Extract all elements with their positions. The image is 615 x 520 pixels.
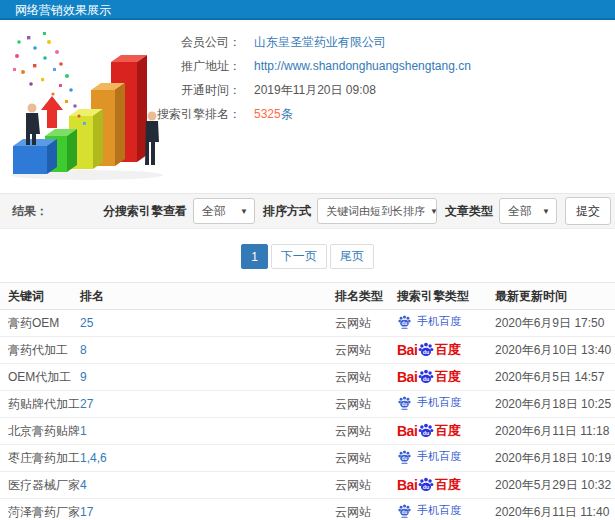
- update-time-cell: 2020年6月18日 10:25: [495, 391, 615, 418]
- rank-cell: 4: [80, 472, 335, 499]
- rank-link[interactable]: 17: [80, 505, 93, 519]
- rank-link[interactable]: 27: [80, 397, 93, 411]
- update-time-cell: 2020年5月29日 10:32: [495, 472, 615, 499]
- rank-link[interactable]: 25: [80, 316, 93, 330]
- engine-filter-value: 全部: [202, 203, 226, 220]
- engine-rank-count: 5325: [254, 107, 281, 121]
- baidu-logo-cn: 百度: [435, 341, 460, 359]
- mobile-baidu-badge: du 手机百度: [397, 503, 461, 518]
- keyword-cell: 枣庄膏药加工: [0, 445, 80, 472]
- engine-rank-row: 搜索引擎排名： 5325 条: [155, 102, 615, 126]
- account-info-section: 会员公司： 山东皇圣堂药业有限公司 推广地址： http://www.shand…: [0, 20, 615, 188]
- svg-text:du: du: [423, 349, 429, 355]
- engine-rank-unit: 条: [281, 106, 293, 123]
- baidu-paw-icon: du: [397, 314, 412, 329]
- baidu-paw-icon: du: [397, 449, 412, 464]
- company-row: 会员公司： 山东皇圣堂药业有限公司: [155, 30, 615, 54]
- promo-url-link[interactable]: http://www.shandonghuangshengtang.cn: [254, 59, 471, 73]
- mobile-baidu-badge: du 手机百度: [397, 314, 461, 329]
- keyword-cell: 膏药代加工: [0, 337, 80, 364]
- sort-filter-value: 关键词由短到长排序: [326, 204, 425, 219]
- rank-link[interactable]: 1,4,6: [80, 451, 107, 465]
- svg-text:du: du: [402, 510, 408, 515]
- promo-url-row: 推广地址： http://www.shandonghuangshengtang.…: [155, 54, 615, 78]
- filter-bar: 结果： 分搜索引擎查看 全部 ▼ 排序方式 关键词由短到长排序 ▼ 文章类型 全…: [0, 193, 615, 229]
- engine-filter-label: 分搜索引擎查看: [103, 203, 187, 220]
- baidu-logo: Bai du 百度: [397, 341, 460, 359]
- baidu-logo-cn: 百度: [435, 476, 460, 494]
- engine-type-cell: Bai du 百度: [397, 418, 495, 445]
- open-time-value: 2019年11月20日 09:08: [254, 82, 376, 99]
- rank-cell: 9: [80, 364, 335, 391]
- table-row: 膏药OEM 25 云网站 du 手机百度 2020年6月9日 17:50: [0, 310, 615, 337]
- chevron-down-icon: ▼: [542, 207, 550, 216]
- last-page-button[interactable]: 尾页: [330, 244, 374, 269]
- engine-type-cell: du 手机百度: [397, 391, 495, 418]
- rank-cell: 25: [80, 310, 335, 337]
- mobile-baidu-label: 手机百度: [417, 314, 461, 329]
- baidu-logo-bai: Bai: [397, 342, 417, 358]
- baidu-paw-icon: du: [397, 503, 412, 518]
- baidu-logo-bai: Bai: [397, 477, 417, 493]
- svg-text:du: du: [423, 484, 429, 490]
- rank-type-cell: 云网站: [335, 472, 397, 499]
- mobile-baidu-label: 手机百度: [417, 503, 461, 518]
- rank-link[interactable]: 1: [80, 424, 87, 438]
- keyword-cell: OEM代加工: [0, 364, 80, 391]
- table-body: 膏药OEM 25 云网站 du 手机百度 2020年6月9日 17:50 膏药代…: [0, 310, 615, 520]
- baidu-logo-bai: Bai: [397, 423, 417, 439]
- update-time-cell: 2020年6月5日 14:57: [495, 364, 615, 391]
- rank-link[interactable]: 4: [80, 478, 87, 492]
- engine-type-cell: du 手机百度: [397, 310, 495, 337]
- rank-link[interactable]: 9: [80, 370, 87, 384]
- next-page-button[interactable]: 下一页: [271, 244, 327, 269]
- sort-filter-select[interactable]: 关键词由短到长排序 ▼: [317, 198, 437, 224]
- rank-link[interactable]: 8: [80, 343, 87, 357]
- table-row: 北京膏药贴牌 1 云网站 Bai du 百度 2020年6月11日 11:18: [0, 418, 615, 445]
- header-keyword: 关键词: [0, 283, 80, 310]
- rank-type-cell: 云网站: [335, 310, 397, 337]
- table-header: 关键词 排名 排名类型 搜索引擎类型 最新更新时间: [0, 283, 615, 310]
- keyword-cell: 膏药OEM: [0, 310, 80, 337]
- update-time-cell: 2020年6月11日 11:40: [495, 499, 615, 520]
- baidu-logo: Bai du 百度: [397, 476, 460, 494]
- baidu-paw-icon: du: [417, 476, 435, 494]
- info-rows: 会员公司： 山东皇圣堂药业有限公司 推广地址： http://www.shand…: [155, 20, 615, 126]
- keyword-ranking-table: 关键词 排名 排名类型 搜索引擎类型 最新更新时间 膏药OEM 25 云网站 d…: [0, 282, 615, 520]
- baidu-logo: Bai du 百度: [397, 422, 460, 440]
- mobile-baidu-badge: du 手机百度: [397, 449, 461, 464]
- rank-cell: 27: [80, 391, 335, 418]
- table-row: OEM代加工 9 云网站 Bai du 百度 2020年6月5日 14:57: [0, 364, 615, 391]
- page-header: 网络营销效果展示: [0, 0, 615, 20]
- svg-text:du: du: [402, 321, 408, 326]
- marketing-chart-illustration: [5, 28, 185, 183]
- table-row: 菏泽膏药厂家 17 云网站 du 手机百度 2020年6月11日 11:40: [0, 499, 615, 520]
- svg-text:du: du: [423, 376, 429, 382]
- rank-cell: 1: [80, 418, 335, 445]
- bar-chart-graphic-icon: [5, 28, 185, 183]
- table-row: 枣庄膏药加工 1,4,6 云网站 du 手机百度 2020年6月18日 10:1…: [0, 445, 615, 472]
- rank-type-cell: 云网站: [335, 337, 397, 364]
- page-1-button[interactable]: 1: [241, 244, 268, 269]
- article-type-label: 文章类型: [445, 203, 493, 220]
- engine-type-cell: du 手机百度: [397, 499, 495, 520]
- rank-type-cell: 云网站: [335, 391, 397, 418]
- submit-button[interactable]: 提交: [565, 197, 611, 225]
- engine-type-cell: Bai du 百度: [397, 364, 495, 391]
- chevron-down-icon: ▼: [240, 207, 248, 216]
- header-engine-type: 搜索引擎类型: [397, 283, 495, 310]
- table-row: 药贴牌代加工 27 云网站 du 手机百度 2020年6月18日 10:25: [0, 391, 615, 418]
- company-link[interactable]: 山东皇圣堂药业有限公司: [254, 34, 386, 51]
- keyword-cell: 北京膏药贴牌: [0, 418, 80, 445]
- baidu-logo-cn: 百度: [435, 422, 460, 440]
- update-time-cell: 2020年6月18日 10:19: [495, 445, 615, 472]
- baidu-paw-icon: du: [417, 368, 435, 386]
- article-type-select[interactable]: 全部 ▼: [499, 198, 557, 224]
- baidu-logo-cn: 百度: [435, 368, 460, 386]
- update-time-cell: 2020年6月11日 11:18: [495, 418, 615, 445]
- mobile-baidu-label: 手机百度: [417, 395, 461, 410]
- engine-type-cell: Bai du 百度: [397, 337, 495, 364]
- engine-filter-select[interactable]: 全部 ▼: [193, 198, 255, 224]
- sort-filter-label: 排序方式: [263, 203, 311, 220]
- svg-text:du: du: [402, 402, 408, 407]
